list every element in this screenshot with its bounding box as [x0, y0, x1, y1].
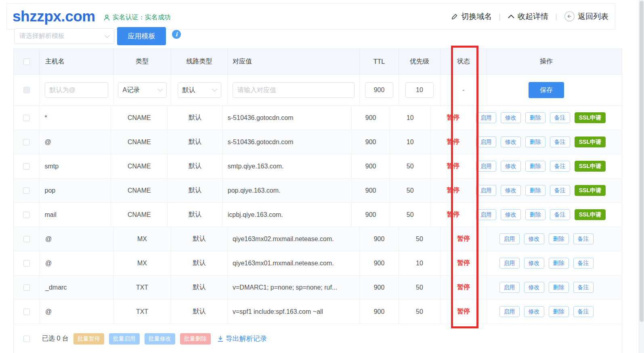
remark-button[interactable]: 备注: [550, 112, 570, 123]
delete-button[interactable]: 删除: [525, 161, 545, 172]
scrollbar-thumb[interactable]: [640, 1, 644, 322]
line-type-value: 默认: [183, 86, 195, 95]
save-button[interactable]: 保存: [529, 82, 564, 98]
remark-button[interactable]: 备注: [573, 306, 594, 317]
row-checkbox[interactable]: [23, 139, 29, 145]
delete-button[interactable]: 删除: [549, 306, 569, 317]
ssl-apply-button[interactable]: SSL申请: [575, 209, 606, 220]
domain-title: shzzpx.com: [13, 8, 95, 25]
batch-delete-button[interactable]: 批量删除: [180, 333, 211, 345]
select-all-checkbox[interactable]: [23, 59, 30, 65]
delete-button[interactable]: 删除: [549, 233, 569, 244]
template-select[interactable]: 请选择解析模板: [14, 28, 114, 44]
apply-template-button[interactable]: 应用模板: [117, 27, 166, 45]
remark-button[interactable]: 备注: [550, 161, 570, 172]
table-footer: 已选 0 台 批量暂停批量启用批量修改批量删除 导出解析记录: [14, 324, 622, 353]
cell-type: CNAME: [111, 106, 168, 130]
cell-line: 默认: [168, 130, 223, 154]
batch-pause-button[interactable]: 批量暂停: [73, 333, 104, 345]
edit-button[interactable]: 修改: [501, 137, 521, 147]
table-row: @ MX 默认 qiye163mx02.mxmail.netease.com. …: [14, 227, 622, 251]
remark-button[interactable]: 备注: [550, 209, 570, 220]
delete-button[interactable]: 删除: [525, 137, 545, 147]
enable-button[interactable]: 启用: [476, 185, 496, 196]
enable-button[interactable]: 启用: [499, 282, 520, 293]
row-checkbox[interactable]: [23, 115, 29, 121]
enable-button[interactable]: 启用: [476, 161, 496, 172]
cell-line: 默认: [171, 227, 228, 251]
ssl-apply-button[interactable]: SSL申请: [575, 112, 606, 123]
edit-button[interactable]: 修改: [501, 209, 521, 220]
enable-button[interactable]: 启用: [499, 306, 520, 317]
remark-button[interactable]: 备注: [550, 185, 570, 196]
delete-button[interactable]: 删除: [549, 282, 569, 293]
enable-button[interactable]: 启用: [476, 209, 496, 220]
ssl-apply-button[interactable]: SSL申请: [575, 161, 606, 172]
edit-button[interactable]: 修改: [501, 161, 521, 172]
delete-button[interactable]: 删除: [525, 185, 545, 196]
row-checkbox[interactable]: [23, 236, 30, 242]
ssl-apply-button[interactable]: SSL申请: [575, 185, 606, 196]
enable-button[interactable]: 启用: [476, 112, 496, 123]
dns-records-table: 主机名 类型 线路类型 对应值 TTL 优先级 状态 操作 A记录 默认: [13, 48, 622, 353]
ssl-apply-button[interactable]: SSL申请: [575, 137, 606, 147]
cell-status: 暂停: [441, 251, 487, 275]
ttl-input[interactable]: [365, 82, 393, 98]
col-header-actions: 操作: [487, 49, 622, 74]
batch-enable-button[interactable]: 批量启用: [109, 333, 140, 345]
cell-actions: 启用修改删除备注: [487, 300, 622, 324]
record-type-value: A记录: [123, 86, 140, 95]
row-checkbox[interactable]: [23, 260, 30, 267]
collapse-detail-button[interactable]: 收起详情: [508, 11, 548, 22]
cell-ttl: 900: [360, 227, 399, 251]
record-value-input[interactable]: [233, 82, 355, 98]
edit-button[interactable]: 修改: [524, 282, 544, 293]
switch-domain-button[interactable]: 切换域名: [451, 11, 492, 22]
enable-button[interactable]: 启用: [476, 137, 496, 147]
cell-priority: 50: [399, 300, 441, 324]
edit-button[interactable]: 修改: [501, 185, 521, 196]
domain-header: shzzpx.com 实名认证：实名成功 切换域名 |: [6, 3, 615, 29]
page-scrollbar[interactable]: [639, 0, 644, 353]
row-checkbox[interactable]: [23, 212, 29, 218]
cell-actions: 启用修改删除备注SSL申请: [476, 154, 622, 178]
delete-button[interactable]: 删除: [525, 209, 545, 220]
enable-button[interactable]: 启用: [499, 258, 520, 269]
cell-host: @: [39, 130, 111, 154]
batch-edit-button[interactable]: 批量修改: [145, 333, 175, 345]
remark-button[interactable]: 备注: [573, 282, 594, 293]
cell-ttl: 900: [352, 106, 390, 130]
host-input[interactable]: [45, 82, 108, 98]
row-checkbox[interactable]: [23, 284, 30, 291]
edit-button[interactable]: 修改: [524, 306, 544, 317]
cell-value: v=spf1 include:spf.163.com ~all: [228, 300, 360, 324]
row-checkbox[interactable]: [23, 309, 30, 315]
cell-actions: 启用修改删除备注SSL申请: [476, 106, 622, 130]
back-to-list-button[interactable]: 返回列表: [564, 11, 608, 22]
info-icon[interactable]: i: [172, 30, 181, 39]
footer-select-all-checkbox[interactable]: [23, 336, 30, 342]
batch-buttons-group: 批量暂停批量启用批量修改批量删除: [69, 333, 211, 345]
cell-ttl: 900: [352, 154, 390, 178]
table-row: * CNAME 默认 s-510436.gotocdn.com 900 10 暂…: [14, 106, 622, 130]
edit-button[interactable]: 修改: [524, 258, 544, 269]
remark-button[interactable]: 备注: [550, 137, 570, 147]
export-records-link[interactable]: 导出解析记录: [217, 334, 267, 343]
enable-button[interactable]: 启用: [499, 233, 520, 244]
cell-line: 默认: [171, 251, 228, 275]
cell-priority: 50: [390, 154, 431, 178]
cell-line: 默认: [171, 300, 228, 324]
record-type-select[interactable]: A记录: [118, 82, 167, 98]
priority-input[interactable]: [405, 82, 434, 98]
line-type-select[interactable]: 默认: [178, 82, 221, 98]
table-body: * CNAME 默认 s-510436.gotocdn.com 900 10 暂…: [14, 106, 622, 324]
row-checkbox[interactable]: [23, 163, 29, 170]
new-record-checkbox[interactable]: [23, 87, 30, 93]
remark-button[interactable]: 备注: [573, 258, 594, 269]
row-checkbox[interactable]: [23, 187, 29, 194]
delete-button[interactable]: 删除: [525, 112, 545, 123]
delete-button[interactable]: 删除: [549, 258, 569, 269]
edit-button[interactable]: 修改: [501, 112, 521, 123]
remark-button[interactable]: 备注: [573, 233, 594, 244]
edit-button[interactable]: 修改: [524, 233, 544, 244]
